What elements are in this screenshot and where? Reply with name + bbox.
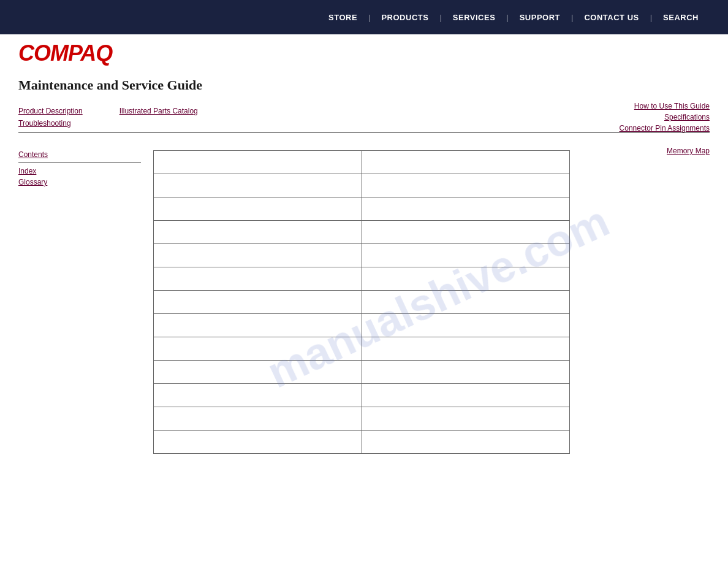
data-table	[153, 150, 570, 454]
table-cell	[362, 267, 570, 291]
nav-search[interactable]: SEARCH	[652, 13, 710, 22]
table-cell	[362, 384, 570, 407]
content-area: How to Use This Guide Specifications Con…	[0, 96, 728, 144]
nav-sep-3: |	[506, 13, 508, 22]
table-row	[154, 197, 570, 221]
nav-items: STORE | PRODUCTS | SERVICES | SUPPORT | …	[317, 13, 710, 22]
table-row	[154, 431, 570, 454]
compaq-logo[interactable]: COMPAQ	[18, 40, 112, 66]
header-area: COMPAQ	[0, 34, 728, 72]
links-row-2: Troubleshooting	[18, 119, 710, 128]
table-cell	[362, 151, 570, 174]
table-cell	[362, 197, 570, 221]
table-cell	[154, 267, 362, 291]
separator-line	[18, 132, 710, 133]
table-row	[154, 151, 570, 174]
table-cell	[154, 291, 362, 314]
table-row	[154, 174, 570, 197]
link-product-description[interactable]: Product Description	[18, 107, 83, 115]
table-row	[154, 337, 570, 361]
sidebar: Contents Index Glossary	[18, 150, 141, 454]
table-row	[154, 291, 570, 314]
table-cell	[362, 221, 570, 244]
nav-sep-4: |	[571, 13, 573, 22]
table-cell	[154, 337, 362, 361]
nav-store[interactable]: STORE	[317, 13, 368, 22]
sidebar-separator-1	[18, 163, 141, 163]
table-cell	[154, 361, 362, 384]
main-content: Contents Index Glossary	[0, 144, 728, 460]
table-cell	[154, 174, 362, 197]
table-row	[154, 267, 570, 291]
right-link-1[interactable]: How to Use This Guide	[634, 102, 710, 110]
table-row	[154, 407, 570, 431]
right-link-4[interactable]: Memory Map	[667, 147, 710, 155]
right-link-3[interactable]: Connector Pin Assignments	[620, 124, 710, 132]
links-row-1: Product Description Illustrated Parts Ca…	[18, 107, 710, 115]
right-link-2[interactable]: Specifications	[664, 113, 710, 121]
page-title: Maintenance and Service Guide	[18, 77, 710, 93]
link-illustrated-parts[interactable]: Illustrated Parts Catalog	[119, 107, 198, 115]
sidebar-link-glossary[interactable]: Glossary	[18, 178, 141, 186]
sidebar-link-contents[interactable]: Contents	[18, 150, 141, 159]
table-row	[154, 361, 570, 384]
logo-text: COMPAQ	[18, 40, 112, 66]
sidebar-link-index[interactable]: Index	[18, 167, 141, 175]
table-cell	[362, 361, 570, 384]
table-cell	[362, 431, 570, 454]
top-navigation: STORE | PRODUCTS | SERVICES | SUPPORT | …	[0, 0, 728, 34]
nav-contact-us[interactable]: CONTACT US	[573, 13, 650, 22]
table-cell	[154, 384, 362, 407]
table-cell	[362, 407, 570, 431]
table-row	[154, 221, 570, 244]
table-cell	[154, 431, 362, 454]
table-row	[154, 384, 570, 407]
table-cell	[154, 221, 362, 244]
table-cell	[362, 314, 570, 337]
table-cell	[362, 174, 570, 197]
table-cell	[362, 244, 570, 267]
table-area	[153, 150, 710, 454]
nav-services[interactable]: SERVICES	[442, 13, 507, 22]
nav-sep-2: |	[439, 13, 441, 22]
table-cell	[154, 197, 362, 221]
link-troubleshooting[interactable]: Troubleshooting	[18, 119, 71, 128]
page-title-area: Maintenance and Service Guide	[0, 72, 728, 96]
table-row	[154, 244, 570, 267]
table-row	[154, 314, 570, 337]
nav-products[interactable]: PRODUCTS	[370, 13, 439, 22]
nav-sep-5: |	[650, 13, 652, 22]
table-cell	[154, 244, 362, 267]
table-cell	[154, 151, 362, 174]
right-links: How to Use This Guide Specifications Con…	[620, 102, 710, 155]
table-cell	[154, 314, 362, 337]
nav-support[interactable]: SUPPORT	[509, 13, 571, 22]
nav-sep-1: |	[368, 13, 370, 22]
table-cell	[154, 407, 362, 431]
table-cell	[362, 337, 570, 361]
table-cell	[362, 291, 570, 314]
